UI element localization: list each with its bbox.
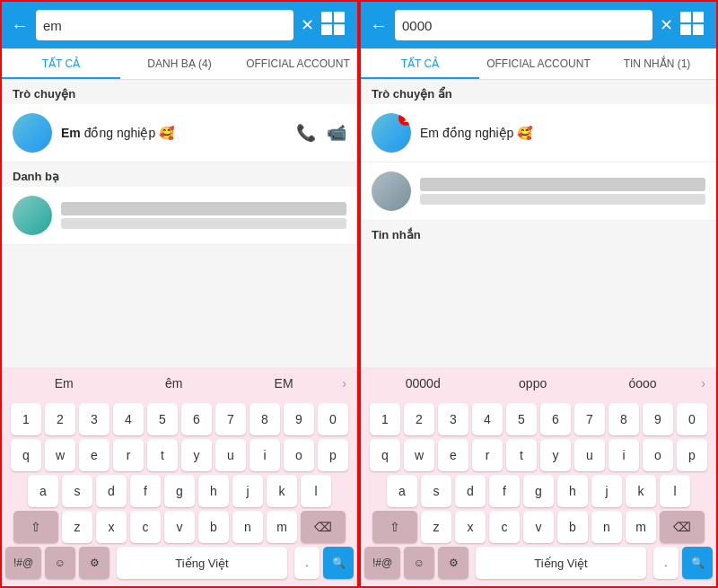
key-sym-left[interactable]: !#@ <box>5 547 41 579</box>
key-l-left[interactable]: l <box>301 475 331 507</box>
key-a-left[interactable]: a <box>28 475 58 507</box>
key-f-left[interactable]: f <box>130 475 161 507</box>
key-j-right[interactable]: j <box>591 475 622 507</box>
search-input-right[interactable] <box>402 18 645 33</box>
search-input-left[interactable] <box>43 18 286 33</box>
key-space-left[interactable]: Tiếng Việt <box>117 547 287 579</box>
key-g-right[interactable]: g <box>523 475 554 507</box>
key-m-right[interactable]: m <box>626 511 656 543</box>
key-z-left[interactable]: z <box>62 511 92 543</box>
key-6-left[interactable]: 6 <box>181 403 212 435</box>
key-7-left[interactable]: 7 <box>215 403 246 435</box>
key-period-right[interactable]: . <box>653 547 679 579</box>
key-s-right[interactable]: s <box>421 475 451 507</box>
key-h-right[interactable]: h <box>557 475 588 507</box>
key-i-right[interactable]: i <box>609 439 639 471</box>
key-j-left[interactable]: j <box>232 475 263 507</box>
key-search-left[interactable]: 🔍 <box>323 547 354 579</box>
key-x-right[interactable]: x <box>455 511 486 543</box>
key-n-left[interactable]: n <box>232 511 263 543</box>
key-shift-left[interactable]: ⇧ <box>13 511 58 543</box>
key-k-left[interactable]: k <box>267 475 297 507</box>
key-1-left[interactable]: 1 <box>11 403 41 435</box>
key-l-right[interactable]: l <box>660 475 690 507</box>
key-m-left[interactable]: m <box>267 511 297 543</box>
key-y-right[interactable]: y <box>540 439 571 471</box>
key-a-right[interactable]: a <box>387 475 417 507</box>
key-backspace-left[interactable]: ⌫ <box>301 511 346 543</box>
key-c-right[interactable]: c <box>489 511 520 543</box>
key-3-left[interactable]: 3 <box>79 403 109 435</box>
key-t-left[interactable]: t <box>147 439 178 471</box>
key-z-right[interactable]: z <box>421 511 451 543</box>
key-7-right[interactable]: 7 <box>574 403 605 435</box>
qr-icon-right[interactable] <box>680 12 707 39</box>
key-f-right[interactable]: f <box>489 475 520 507</box>
key-h-left[interactable]: h <box>198 475 229 507</box>
key-4-right[interactable]: 4 <box>472 403 503 435</box>
key-o-right[interactable]: o <box>643 439 673 471</box>
key-8-left[interactable]: 8 <box>250 403 280 435</box>
key-2-right[interactable]: 2 <box>404 403 434 435</box>
key-search-right[interactable]: 🔍 <box>682 547 713 579</box>
key-v-left[interactable]: v <box>164 511 195 543</box>
key-9-left[interactable]: 9 <box>284 403 314 435</box>
key-k-right[interactable]: k <box>626 475 656 507</box>
contact-item-right-0[interactable]: 1 Em đồng nghiệp 🥰 <box>361 104 716 162</box>
key-settings-left[interactable]: ⚙ <box>79 547 109 579</box>
suggestion-right-1[interactable]: oppo <box>477 373 587 394</box>
suggestion-left-1[interactable]: êm <box>118 373 228 394</box>
key-g-left[interactable]: g <box>164 475 195 507</box>
key-3-right[interactable]: 3 <box>438 403 468 435</box>
key-backspace-right[interactable]: ⌫ <box>660 511 705 543</box>
key-2-left[interactable]: 2 <box>45 403 75 435</box>
key-o-left[interactable]: o <box>284 439 314 471</box>
tab-messages-right[interactable]: TIN NHẮN (1) <box>598 48 716 79</box>
tab-all-left[interactable]: TẤT CẢ <box>2 48 120 79</box>
key-0-left[interactable]: 0 <box>318 403 348 435</box>
key-b-right[interactable]: b <box>557 511 588 543</box>
key-5-left[interactable]: 5 <box>147 403 178 435</box>
suggestion-arrow-right[interactable]: › <box>697 376 709 391</box>
key-emoji-right[interactable]: ☺ <box>404 547 434 579</box>
suggestion-left-2[interactable]: EM <box>229 373 338 394</box>
tab-official-left[interactable]: OFFICIAL ACCOUNT <box>239 48 357 79</box>
key-b-left[interactable]: b <box>198 511 229 543</box>
key-9-right[interactable]: 9 <box>643 403 673 435</box>
key-settings-right[interactable]: ⚙ <box>438 547 468 579</box>
key-4-left[interactable]: 4 <box>113 403 144 435</box>
key-p-right[interactable]: p <box>677 439 707 471</box>
key-r-left[interactable]: r <box>113 439 144 471</box>
key-t-right[interactable]: t <box>506 439 537 471</box>
key-space-right[interactable]: Tiếng Việt <box>476 547 646 579</box>
tab-all-right[interactable]: TẤT CẢ <box>361 48 479 79</box>
key-d-left[interactable]: d <box>96 475 127 507</box>
clear-icon-right[interactable]: ✕ <box>660 15 673 35</box>
video-icon-left-0[interactable]: 📹 <box>327 123 346 143</box>
qr-icon-left[interactable] <box>321 12 348 39</box>
contact-item-left-0[interactable]: Em đồng nghiệp 🥰 📞 📹 <box>2 104 357 162</box>
search-input-wrapper-right[interactable] <box>395 10 652 40</box>
tab-contacts-left[interactable]: DANH BẠ (4) <box>120 48 239 79</box>
tab-official-right[interactable]: OFFICIAL ACCOUNT <box>479 48 598 79</box>
key-e-right[interactable]: e <box>438 439 468 471</box>
key-q-left[interactable]: q <box>11 439 41 471</box>
key-0-right[interactable]: 0 <box>677 403 707 435</box>
back-arrow-left[interactable]: ← <box>11 15 29 36</box>
key-6-right[interactable]: 6 <box>540 403 571 435</box>
key-n-right[interactable]: n <box>591 511 622 543</box>
key-5-right[interactable]: 5 <box>506 403 537 435</box>
key-e-left[interactable]: e <box>79 439 109 471</box>
key-x-left[interactable]: x <box>96 511 127 543</box>
key-u-left[interactable]: u <box>215 439 246 471</box>
key-y-left[interactable]: y <box>181 439 212 471</box>
suggestion-right-0[interactable]: 0000d <box>368 373 477 394</box>
key-1-right[interactable]: 1 <box>370 403 400 435</box>
contact-item-left-1[interactable]: ████████████ ████████████████ <box>2 187 357 245</box>
suggestion-right-2[interactable]: óooo <box>588 373 697 394</box>
key-shift-right[interactable]: ⇧ <box>372 511 417 543</box>
key-q-right[interactable]: q <box>370 439 400 471</box>
key-c-left[interactable]: c <box>130 511 161 543</box>
key-w-right[interactable]: w <box>404 439 434 471</box>
key-w-left[interactable]: w <box>45 439 75 471</box>
